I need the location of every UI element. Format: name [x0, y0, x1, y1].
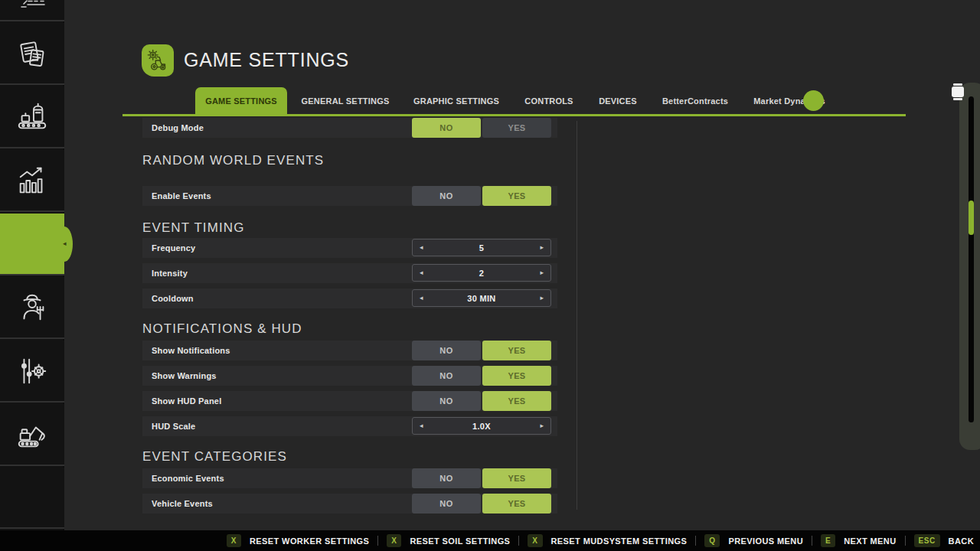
setting-label: Intensity [142, 269, 188, 278]
yes-no-toggle: NOYES [412, 494, 551, 514]
scrollbar-track[interactable] [969, 96, 974, 422]
toggle-option-no[interactable]: NO [412, 118, 481, 138]
value-stepper: ◂5▸ [412, 239, 551, 256]
tuning-icon [15, 354, 50, 389]
shortcut-label: PREVIOUS MENU [728, 536, 803, 546]
shortcut-label: NEXT MENU [844, 536, 896, 546]
setting-row-frequency: Frequency◂5▸ [142, 238, 557, 258]
mouse-wheel-cap-bottom [953, 98, 962, 100]
stepper-increase-icon[interactable]: ▸ [540, 269, 544, 276]
sidebar-item-excavator[interactable] [0, 404, 64, 466]
yes-no-toggle: NOYES [412, 341, 551, 360]
setting-row-vehicle-events: Vehicle EventsNOYES [142, 494, 557, 514]
toggle-option-yes[interactable]: YES [482, 391, 551, 411]
sidebar-item-contracts[interactable] [0, 23, 64, 85]
section-heading-random-world-events: RANDOM WORLD EVENTS [142, 153, 324, 168]
stepper-value: 1.0X [413, 422, 550, 431]
scrollbar-thumb[interactable] [969, 201, 974, 235]
toggle-option-yes[interactable]: YES [482, 118, 551, 138]
setting-label: Debug Mode [142, 123, 204, 132]
shortcut-separator [377, 536, 378, 546]
stepper-decrease-icon[interactable]: ◂ [420, 244, 423, 251]
key-badge: E [821, 534, 835, 547]
shortcut-separator [695, 536, 696, 546]
shortcut-separator [812, 536, 812, 546]
stepper-increase-icon[interactable]: ▸ [540, 244, 544, 251]
toggle-option-yes[interactable]: YES [482, 494, 551, 514]
shortcut-reset-worker-settings[interactable]: XRESET WORKER SETTINGS [227, 534, 369, 547]
notification-dot [803, 90, 824, 111]
sidebar: ◂ [0, 0, 64, 530]
toggle-option-yes[interactable]: YES [482, 186, 551, 206]
setting-label: Show Warnings [142, 371, 217, 380]
stepper-value: 2 [413, 269, 550, 278]
content-divider [577, 121, 577, 510]
stepper-value: 5 [413, 243, 550, 253]
sidebar-item-vehicle-partial[interactable] [0, 0, 64, 21]
shortcut-back[interactable]: ESCBACK [914, 534, 974, 547]
production-icon [15, 99, 50, 135]
section-heading-event-categories: EVENT CATEGORIES [142, 449, 287, 465]
toggle-option-yes[interactable]: YES [482, 366, 551, 386]
toggle-option-no[interactable]: NO [412, 391, 481, 411]
toggle-option-yes[interactable]: YES [482, 468, 551, 488]
settings-panel: Debug ModeNOYESRANDOM WORLD EVENTSEnable… [142, 0, 557, 530]
yes-no-toggle: NOYES [412, 391, 551, 411]
shortcut-bar: XRESET WORKER SETTINGSXRESET SOIL SETTIN… [0, 530, 980, 551]
setting-row-economic-events: Economic EventsNOYES [142, 468, 557, 488]
setting-row-debug-mode: Debug ModeNOYES [142, 118, 557, 138]
value-stepper: ◂30 MIN▸ [412, 289, 551, 307]
yes-no-toggle: NOYES [412, 186, 551, 206]
shortcut-label: RESET SOIL SETTINGS [410, 536, 510, 546]
toggle-option-no[interactable]: NO [412, 186, 481, 206]
selected-item-arrow-icon: ◂ [63, 240, 67, 247]
setting-row-show-notifications: Show NotificationsNOYES [142, 341, 557, 360]
mouse-wheel-body [952, 86, 964, 97]
stepper-decrease-icon[interactable]: ◂ [420, 422, 423, 429]
tab-devices[interactable]: DEVICES [599, 87, 637, 115]
setting-row-enable-events: Enable EventsNOYES [142, 186, 557, 206]
shortcut-previous-menu[interactable]: QPREVIOUS MENU [704, 534, 803, 547]
sidebar-item-tuning[interactable] [0, 341, 64, 403]
mouse-wheel-cap-top [953, 83, 962, 86]
tab-game-settings[interactable]: GAME SETTINGS [195, 87, 287, 115]
sidebar-item-game-settings[interactable]: ◂ [0, 214, 64, 276]
toggle-option-yes[interactable]: YES [482, 341, 551, 360]
setting-label: Vehicle Events [142, 499, 213, 508]
contracts-icon [15, 36, 50, 71]
section-heading-notifications-hud: NOTIFICATIONS & HUD [142, 321, 302, 337]
mouse-wheel-icon [952, 83, 964, 102]
key-badge: ESC [914, 534, 940, 547]
shortcut-next-menu[interactable]: ENEXT MENU [821, 534, 897, 547]
value-stepper: ◂1.0X▸ [412, 417, 551, 435]
stepper-decrease-icon[interactable]: ◂ [420, 295, 423, 302]
shortcut-separator [518, 536, 519, 546]
setting-label: HUD Scale [142, 422, 195, 431]
toggle-option-no[interactable]: NO [412, 366, 481, 386]
shortcut-label: BACK [949, 536, 974, 546]
stepper-increase-icon[interactable]: ▸ [540, 295, 544, 302]
sidebar-item-production[interactable] [0, 86, 64, 148]
toggle-option-no[interactable]: NO [412, 341, 481, 360]
key-badge: X [387, 534, 401, 547]
excavator-icon [15, 417, 50, 452]
shortcut-reset-mudsystem-settings[interactable]: XRESET MUDSYSTEM SETTINGS [528, 534, 687, 547]
sidebar-item-none [0, 468, 64, 529]
toggle-option-no[interactable]: NO [412, 494, 481, 514]
stepper-decrease-icon[interactable]: ◂ [420, 269, 423, 276]
stepper-value: 30 MIN [413, 294, 550, 303]
setting-row-show-hud-panel: Show HUD PanelNOYES [142, 391, 557, 411]
vehicle-partial-icon [17, 0, 47, 9]
sidebar-item-statistics[interactable] [0, 150, 64, 212]
game-settings-screen: ◂ GAME SETTINGS GAME SETTINGSGENERAL SET… [0, 0, 980, 551]
sidebar-item-farmer[interactable] [0, 277, 64, 339]
setting-label: Frequency [142, 243, 195, 253]
setting-label: Cooldown [142, 294, 194, 303]
key-badge: Q [704, 534, 720, 547]
stepper-increase-icon[interactable]: ▸ [540, 422, 544, 429]
yes-no-toggle: NOYES [412, 118, 551, 138]
shortcut-reset-soil-settings[interactable]: XRESET SOIL SETTINGS [387, 534, 510, 547]
tab-bettercontracts[interactable]: BetterContracts [662, 87, 728, 115]
toggle-option-no[interactable]: NO [412, 468, 481, 488]
yes-no-toggle: NOYES [412, 366, 551, 386]
